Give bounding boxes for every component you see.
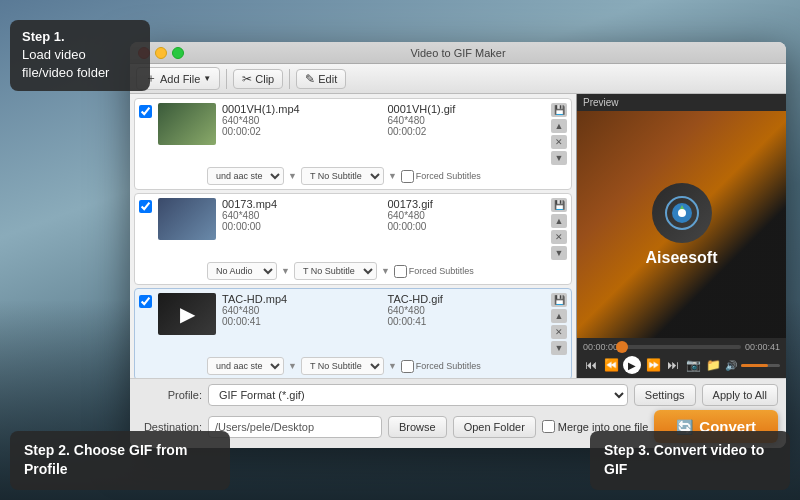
audio-select-3[interactable]: und aac ste xyxy=(207,357,284,375)
subtitle-icon-1: ▼ xyxy=(388,171,397,181)
file-save-btn-1[interactable]: 💾 xyxy=(551,103,567,117)
callout-step3-text: Step 3. Convert video to GIF xyxy=(604,442,764,478)
file-up-btn-2[interactable]: ▲ xyxy=(551,214,567,228)
clip-label: Clip xyxy=(255,73,274,85)
file-dst-name-3: TAC-HD.gif xyxy=(388,293,546,305)
subtitle-icon-3: ▼ xyxy=(388,361,397,371)
edit-icon: ✎ xyxy=(305,72,315,86)
title-bar: Video to GIF Maker xyxy=(130,42,786,64)
file-checkbox-1[interactable] xyxy=(139,105,152,118)
add-file-label: Add File xyxy=(160,73,200,85)
maximize-button[interactable] xyxy=(172,47,184,59)
file-row-top-3: ▶ TAC-HD.mp4 640*480 00:00:41 TAC-HD.gif… xyxy=(139,293,567,355)
file-down-btn-2[interactable]: ▼ xyxy=(551,246,567,260)
profile-select[interactable]: GIF Format (*.gif) xyxy=(208,384,628,406)
forced-sub-check-1[interactable] xyxy=(401,170,414,183)
file-remove-btn-1[interactable]: ✕ xyxy=(551,135,567,149)
file-row-controls-1: und aac ste ▼ T No Subtitle ▼ Forced Sub… xyxy=(207,167,567,185)
preview-label: Preview xyxy=(577,94,786,111)
merge-checkbox[interactable] xyxy=(542,420,555,433)
apply-all-button[interactable]: Apply to All xyxy=(702,384,778,406)
file-up-btn-3[interactable]: ▲ xyxy=(551,309,567,323)
folder-button[interactable]: 📁 xyxy=(705,357,721,373)
skip-forward-button[interactable]: ⏭ xyxy=(665,357,681,373)
file-row-controls-3: und aac ste ▼ T No Subtitle ▼ Forced Sub… xyxy=(207,357,567,375)
table-row: 0001VH(1).mp4 640*480 00:00:02 0001VH(1)… xyxy=(134,98,572,190)
forced-sub-label-3: Forced Subtitles xyxy=(401,360,481,373)
audio-icon-3: ▼ xyxy=(288,361,297,371)
file-dst-dur-1: 00:00:02 xyxy=(388,126,546,137)
file-dst-col-2: 00173.gif 640*480 00:00:00 xyxy=(388,198,546,232)
timeline-thumb xyxy=(616,341,628,353)
file-dst-name-2: 00173.gif xyxy=(388,198,546,210)
audio-icon-2: ▼ xyxy=(281,266,290,276)
file-dst-name-1: 0001VH(1).gif xyxy=(388,103,546,115)
edit-label: Edit xyxy=(318,73,337,85)
file-down-btn-3[interactable]: ▼ xyxy=(551,341,567,355)
add-file-dropdown-icon: ▼ xyxy=(203,74,211,83)
file-down-btn-1[interactable]: ▼ xyxy=(551,151,567,165)
audio-select-1[interactable]: und aac ste xyxy=(207,167,284,185)
table-row: ▶ TAC-HD.mp4 640*480 00:00:41 TAC-HD.gif… xyxy=(134,288,572,378)
forced-sub-label-2: Forced Subtitles xyxy=(394,265,474,278)
timeline-controls: ⏮ ⏪ ▶ ⏩ ⏭ 📷 📁 🔊 xyxy=(583,356,780,374)
file-row-top-2: 00173.mp4 640*480 00:00:00 00173.gif 640… xyxy=(139,198,567,260)
file-dst-dur-2: 00:00:00 xyxy=(388,221,546,232)
callout-step1: Step 1. Load video file/video folder xyxy=(10,20,150,91)
minimize-button[interactable] xyxy=(155,47,167,59)
edit-button[interactable]: ✎ Edit xyxy=(296,69,346,89)
file-remove-btn-3[interactable]: ✕ xyxy=(551,325,567,339)
file-info-1: 0001VH(1).mp4 640*480 00:00:02 0001VH(1)… xyxy=(222,103,545,137)
settings-button[interactable]: Settings xyxy=(634,384,696,406)
file-save-btn-3[interactable]: 💾 xyxy=(551,293,567,307)
clip-button[interactable]: ✂ Clip xyxy=(233,69,283,89)
file-checkbox-2[interactable] xyxy=(139,200,152,213)
file-info-3: TAC-HD.mp4 640*480 00:00:41 TAC-HD.gif 6… xyxy=(222,293,545,327)
callout-step2: Step 2. Choose GIF from Profile xyxy=(10,431,230,490)
step-back-button[interactable]: ⏪ xyxy=(603,357,619,373)
file-checkbox-3[interactable] xyxy=(139,295,152,308)
forced-sub-check-2[interactable] xyxy=(394,265,407,278)
audio-select-2[interactable]: No Audio xyxy=(207,262,277,280)
file-row-controls-2: No Audio ▼ T No Subtitle ▼ Forced Subtit… xyxy=(207,262,567,280)
file-list: 0001VH(1).mp4 640*480 00:00:02 0001VH(1)… xyxy=(130,94,576,378)
file-dst-dim-3: 640*480 xyxy=(388,305,546,316)
app-window: Video to GIF Maker ＋ Add File ▼ ✂ Clip ✎… xyxy=(130,42,786,448)
file-dst-dim-1: 640*480 xyxy=(388,115,546,126)
file-src-col-1: 0001VH(1).mp4 640*480 00:00:02 xyxy=(222,103,380,137)
subtitle-icon-2: ▼ xyxy=(381,266,390,276)
subtitle-select-2[interactable]: T No Subtitle xyxy=(294,262,377,280)
file-src-name-3: TAC-HD.mp4 xyxy=(222,293,380,305)
file-src-col-2: 00173.mp4 640*480 00:00:00 xyxy=(222,198,380,232)
open-folder-button[interactable]: Open Folder xyxy=(453,416,536,438)
browse-button[interactable]: Browse xyxy=(388,416,447,438)
timeline-bar-row: 00:00:00 00:00:41 xyxy=(583,342,780,352)
toolbar-separator-2 xyxy=(289,69,290,89)
play-button[interactable]: ▶ xyxy=(623,356,641,374)
file-save-btn-2[interactable]: 💾 xyxy=(551,198,567,212)
file-dst-col-1: 0001VH(1).gif 640*480 00:00:02 xyxy=(388,103,546,137)
table-row: 00173.mp4 640*480 00:00:00 00173.gif 640… xyxy=(134,193,572,285)
timeline-bar[interactable] xyxy=(622,345,741,349)
forced-sub-check-3[interactable] xyxy=(401,360,414,373)
callout-step1-text: Load video file/video folder xyxy=(22,46,138,82)
main-content: 0001VH(1).mp4 640*480 00:00:02 0001VH(1)… xyxy=(130,94,786,378)
subtitle-select-3[interactable]: T No Subtitle xyxy=(301,357,384,375)
file-up-btn-1[interactable]: ▲ xyxy=(551,119,567,133)
destination-input[interactable] xyxy=(208,416,382,438)
audio-icon-1: ▼ xyxy=(288,171,297,181)
profile-row: Profile: GIF Format (*.gif) Settings App… xyxy=(138,384,778,406)
file-dst-dur-3: 00:00:41 xyxy=(388,316,546,327)
file-dst-col-3: TAC-HD.gif 640*480 00:00:41 xyxy=(388,293,546,327)
file-thumbnail-2 xyxy=(158,198,216,240)
preview-logo-circle xyxy=(652,183,712,243)
volume-bar[interactable] xyxy=(741,364,780,367)
file-src-dim-3: 640*480 xyxy=(222,305,380,316)
file-remove-btn-2[interactable]: ✕ xyxy=(551,230,567,244)
skip-back-button[interactable]: ⏮ xyxy=(583,357,599,373)
step-forward-button[interactable]: ⏩ xyxy=(645,357,661,373)
snapshot-button[interactable]: 📷 xyxy=(685,357,701,373)
preview-logo: Aiseesoft xyxy=(645,183,717,267)
subtitle-select-1[interactable]: T No Subtitle xyxy=(301,167,384,185)
file-dst-dim-2: 640*480 xyxy=(388,210,546,221)
